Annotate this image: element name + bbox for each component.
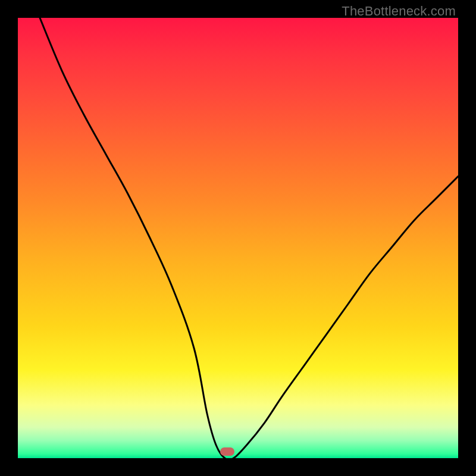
plot-area [18, 18, 458, 458]
watermark-text: TheBottleneck.com [342, 4, 456, 19]
bottleneck-curve [18, 18, 458, 458]
optimum-marker [220, 447, 234, 456]
chart-frame: TheBottleneck.com [0, 0, 476, 476]
